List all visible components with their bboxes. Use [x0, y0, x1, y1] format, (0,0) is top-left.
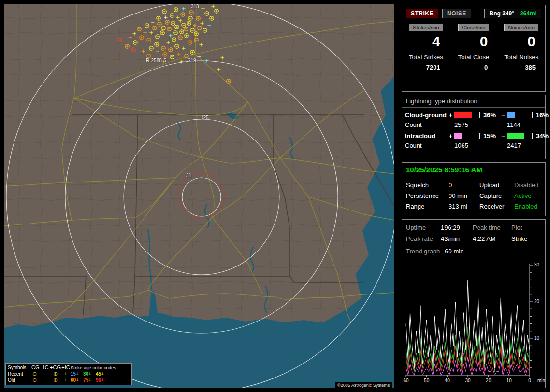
cg-minus-count: 1144	[500, 121, 542, 128]
trend-graph-label: Trend graph	[406, 248, 440, 255]
ic-plus-bar	[454, 133, 480, 139]
total-noises-value: 385	[497, 61, 545, 71]
legend-recent-label: Recent	[8, 371, 29, 377]
cg-plus-count: 2575	[448, 121, 500, 128]
ic-minus-pct: 34%	[534, 132, 550, 140]
plus-sign: +	[448, 132, 454, 140]
age-code-45: 45+	[96, 371, 104, 377]
ic-plus-count: 1065	[448, 142, 500, 149]
bearing-distance: 264mi	[520, 10, 536, 17]
age-code-60: 60+	[71, 377, 79, 383]
svg-text:40: 40	[445, 378, 450, 383]
ic-count-label: Count	[405, 142, 448, 149]
strike-mode-button[interactable]: STRIKE	[406, 9, 438, 18]
svg-text:60: 60	[403, 378, 409, 383]
legend-col-pcg: +CG	[50, 364, 61, 371]
close-per-min-value: 0	[450, 33, 498, 50]
legend-old-label: Old	[8, 377, 29, 383]
strikes-per-min-value: 4	[402, 33, 450, 50]
app-window: 313 219 125 31 R-2588-5 Symbols -CG -IC …	[0, 0, 550, 392]
peak-time-label: Peak time	[473, 224, 511, 231]
svg-text:30: 30	[534, 262, 540, 267]
restricted-area-label: R-2588-5	[146, 58, 166, 63]
map-canvas	[4, 4, 394, 388]
intracloud-label: Intracloud	[405, 132, 448, 140]
datetime-display: 10/25/2025 8:59:16 AM	[402, 163, 545, 177]
total-strikes-value: 7201	[402, 61, 450, 71]
uptime-value: 196:29	[441, 224, 473, 231]
pic-symbol-old-icon: +	[61, 377, 71, 383]
trend-window-value: 60 min	[445, 248, 463, 255]
range-ring-label-31: 31	[186, 173, 191, 178]
pcg-symbol-icon: ⊕	[50, 371, 61, 377]
persistence-label: Persistence	[406, 192, 449, 199]
cloud-ground-label: Cloud-ground	[405, 112, 448, 119]
ic-minus-count: 2417	[500, 142, 542, 149]
range-ring-label-219: 219	[188, 58, 196, 63]
strike-counters-panel: STRIKE NOISE Bng 349° 264mi Strikes/min …	[402, 5, 546, 92]
svg-text:50: 50	[424, 378, 430, 383]
ic-minus-bar	[507, 133, 533, 139]
bearing-value: Bng 349°	[489, 10, 514, 17]
nic-symbol-icon: −	[40, 371, 50, 377]
age-code-75: 75+	[83, 377, 91, 383]
range-label: Range	[406, 203, 449, 210]
range-ring-label-313: 313	[191, 4, 199, 9]
legend-col-pic: +IC	[61, 364, 71, 371]
legend-symbols-header: Symbols	[8, 364, 29, 371]
peak-rate-label: Peak rate	[406, 235, 441, 242]
cg-minus-bar	[507, 112, 533, 118]
pic-symbol-icon: +	[61, 371, 71, 377]
cg-count-label: Count	[405, 121, 448, 128]
legend-col-ncg: -CG	[29, 364, 40, 371]
noises-per-min-value: 0	[497, 33, 545, 50]
range-value: 313 mi	[449, 203, 479, 210]
plot-label: Plot	[511, 224, 541, 231]
uptime-label: Uptime	[406, 224, 441, 231]
noise-mode-button[interactable]: NOISE	[442, 9, 471, 18]
copyright-text: ©2005 Astrogenic Systems	[335, 382, 392, 389]
legend-age-title: Strike age color codes	[71, 364, 130, 371]
lightning-map[interactable]: 313 219 125 31 R-2588-5 Symbols -CG -IC …	[4, 4, 394, 388]
ncg-symbol-icon: ⊖	[29, 371, 40, 377]
distribution-panel: Lightning type distribution Cloud-ground…	[402, 95, 546, 159]
squelch-value: 0	[449, 182, 479, 189]
cg-plus-pct: 36%	[481, 112, 500, 119]
legend-col-nic: -IC	[40, 364, 50, 371]
minus-sign: −	[500, 132, 507, 140]
age-code-15: 15+	[71, 371, 79, 377]
trend-graph: 1020306050403020100min	[403, 260, 545, 387]
minus-sign: −	[500, 112, 507, 119]
squelch-label: Squelch	[406, 182, 449, 189]
receiver-status: Enabled	[514, 203, 541, 210]
trend-panel: Uptime 196:29 Peak time Plot Peak rate 4…	[402, 219, 546, 388]
svg-text:0: 0	[528, 378, 531, 383]
total-noises-label: Total Noises	[497, 50, 545, 61]
bearing-readout: Bng 349° 264mi	[484, 9, 541, 18]
total-strikes-label: Total Strikes	[402, 50, 450, 61]
svg-text:30: 30	[465, 378, 471, 383]
status-panel: 10/25/2025 8:59:16 AM Squelch 0 Upload D…	[402, 162, 546, 216]
noises-per-min-label: Noises/min	[504, 24, 538, 31]
upload-status: Disabled	[514, 182, 541, 189]
total-close-value: 0	[450, 61, 498, 71]
peak-time-value: 4:22 AM	[473, 235, 511, 242]
close-per-min-label: Close/min	[458, 24, 490, 31]
strikes-per-min-label: Strikes/min	[409, 24, 443, 31]
total-close-label: Total Close	[450, 50, 498, 61]
distribution-title: Lightning type distribution	[402, 95, 545, 108]
map-legend: Symbols -CG -IC +CG +IC Strike age color…	[5, 363, 132, 385]
capture-status: Active	[514, 192, 541, 199]
age-code-30: 30+	[83, 371, 91, 377]
pcg-symbol-old-icon: ⊕	[50, 377, 61, 383]
age-code-90: 90+	[96, 377, 104, 383]
svg-text:10: 10	[507, 378, 512, 383]
plus-sign: +	[448, 112, 454, 119]
persistence-value: 90 min	[449, 192, 479, 199]
svg-text:min: min	[537, 378, 545, 383]
peak-rate-value: 43/min	[441, 235, 473, 242]
capture-label: Capture	[479, 192, 514, 199]
cg-plus-bar	[454, 112, 480, 118]
ic-plus-pct: 15%	[481, 132, 500, 140]
range-ring-label-125: 125	[201, 115, 209, 120]
